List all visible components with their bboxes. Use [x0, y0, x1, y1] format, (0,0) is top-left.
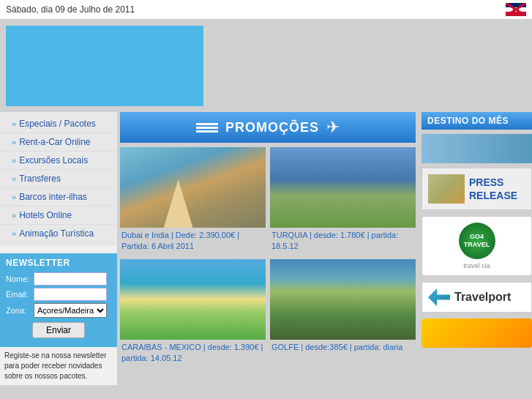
date-label: Sábado, dia 09 de Julho de 2011 — [6, 4, 135, 15]
destino-image — [422, 134, 532, 163]
newsletter-description: Registe-se na nossa newsletter para pode… — [0, 347, 117, 385]
sidebar-item-0[interactable]: Especiais / Pacotes — [0, 115, 117, 133]
press-release-label: PRESS RELEASE — [469, 176, 525, 202]
sidebar-item-6[interactable]: Animação Turística — [0, 225, 117, 243]
plane-icon: ✈ — [326, 118, 340, 137]
promo-line-3 — [196, 130, 218, 133]
zona-row: Zona: Açores/Madeira Portugal Continenta… — [6, 303, 111, 318]
promo-item-dubai[interactable]: Dubai e India | Dede: 2.390,00€ | Partid… — [120, 147, 266, 255]
sidebar-nav: Especiais / PacotesRent-a-Car OnlineExcu… — [0, 112, 117, 246]
promo-caption-golf: GOLFE | desde:385€ | partida: diaria — [270, 340, 416, 355]
promo-item-golf[interactable]: GOLFE | desde:385€ | partida: diaria — [270, 259, 416, 367]
promo-image-caribbean — [120, 259, 266, 340]
travelport-box[interactable]: Travelport — [422, 282, 532, 313]
nome-label: Nome: — [6, 275, 34, 283]
enviar-button[interactable]: Enviar — [32, 322, 85, 338]
sidebar-item-2[interactable]: Excursões Locais — [0, 152, 117, 170]
promocoes-header: PROMOÇÕES ✈ — [120, 112, 416, 143]
zona-label: Zona: — [6, 306, 34, 315]
banner-image — [6, 26, 203, 106]
email-row: Email: — [6, 288, 111, 301]
promocoes-title: PROMOÇÕES — [225, 120, 319, 135]
press-release-box[interactable]: PRESS RELEASE — [422, 168, 532, 210]
promo-item-caribbean[interactable]: CARAIBAS - MEXICO | desde: 1.390€ | part… — [120, 259, 266, 367]
promo-line-2 — [196, 127, 218, 129]
promo-caption-dubai: Dubai e India | Dede: 2.390,00€ | Partid… — [120, 228, 266, 255]
promo-image-dubai — [120, 147, 266, 228]
newsletter-title: NEWSLETTER — [6, 258, 111, 268]
right-sidebar: DESTINO DO MÊS PRESS RELEASE GO4TRAVEL t… — [419, 112, 532, 385]
promo-line-1 — [196, 123, 218, 125]
go4travel-badge: GO4TRAVEL — [459, 223, 495, 259]
destino-mes-header: DESTINO DO MÊS — [422, 112, 532, 130]
main-layout: Especiais / PacotesRent-a-Car OnlineExcu… — [0, 112, 532, 385]
email-label: Email: — [6, 290, 34, 299]
nome-row: Nome: — [6, 272, 111, 286]
travelport-logo-icon — [428, 288, 450, 306]
bottom-promo-box — [422, 318, 532, 348]
promo-image-golf — [270, 259, 416, 340]
promo-caption-caribbean: CARAIBAS - MEXICO | desde: 1.390€ | part… — [120, 340, 266, 367]
left-sidebar: Especiais / PacotesRent-a-Car OnlineExcu… — [0, 112, 117, 385]
top-bar: Sábado, dia 09 de Julho de 2011 — [0, 0, 532, 20]
sidebar-item-3[interactable]: Transferes — [0, 170, 117, 188]
email-input[interactable] — [34, 288, 107, 301]
zona-select[interactable]: Açores/Madeira Portugal Continental Inte… — [34, 303, 107, 318]
promo-caption-turkey: TURQUIA | desde: 1.780€ | partida: 18.5.… — [270, 228, 416, 255]
go4travel-box[interactable]: GO4TRAVEL travel cia — [422, 216, 532, 276]
go4travel-subtitle: travel cia — [463, 262, 490, 269]
promo-lines-icon — [196, 123, 218, 133]
promo-grid: Dubai e India | Dede: 2.390,00€ | Partid… — [120, 147, 416, 367]
uk-flag-icon[interactable] — [506, 3, 526, 16]
nome-input[interactable] — [34, 272, 107, 286]
center-content: PROMOÇÕES ✈ Dubai e India | Dede: 2.390,… — [117, 112, 419, 385]
press-image — [428, 174, 465, 204]
newsletter-form: Nome: Email: Zona: Açores/Madeira Portug… — [6, 272, 111, 338]
sidebar-item-5[interactable]: Hotels Online — [0, 206, 117, 225]
promo-image-turkey — [270, 147, 416, 228]
newsletter-box: NEWSLETTER Nome: Email: Zona: Açores/Mad… — [0, 253, 117, 347]
sidebar-item-4[interactable]: Barcos inter-ilhas — [0, 188, 117, 206]
promo-item-turkey[interactable]: TURQUIA | desde: 1.780€ | partida: 18.5.… — [270, 147, 416, 255]
sidebar-item-1[interactable]: Rent-a-Car Online — [0, 133, 117, 152]
travelport-label: Travelport — [454, 291, 511, 304]
